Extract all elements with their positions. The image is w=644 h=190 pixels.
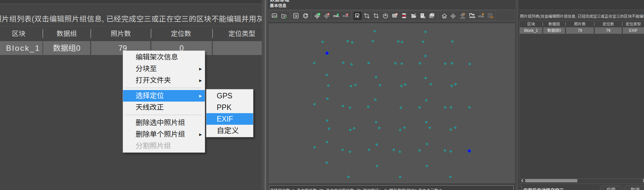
- svg-text:NAME: NAME: [460, 17, 466, 19]
- svg-text:NAME: NAME: [469, 16, 476, 18]
- svg-text:KML: KML: [478, 15, 485, 18]
